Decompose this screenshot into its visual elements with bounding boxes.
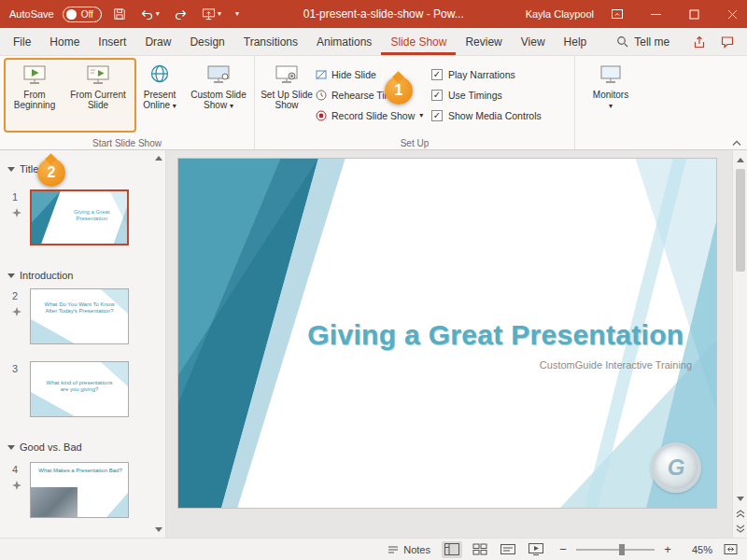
- slide-subtitle[interactable]: CustomGuide Interactive Training: [540, 359, 692, 371]
- save-button[interactable]: [110, 6, 129, 22]
- ribbon-display-options-icon: [611, 7, 624, 21]
- zoom-controls: − +: [557, 542, 673, 556]
- custom-slide-show-icon: [206, 63, 231, 87]
- set-up-slide-show-button[interactable]: Set Up Slide Show: [260, 58, 314, 134]
- set-up-group-label: Set Up: [255, 138, 574, 148]
- collapse-ribbon-button[interactable]: [732, 140, 741, 147]
- play-narrations-checkbox[interactable]: ✓ Play Narrations: [431, 64, 570, 85]
- redo-button[interactable]: [171, 6, 190, 22]
- slide-2-number: 2: [12, 290, 18, 301]
- slide-1-thumbnail[interactable]: Giving a Great Presentation: [30, 189, 129, 245]
- tab-help[interactable]: Help: [555, 28, 597, 55]
- scroll-up-button[interactable]: [734, 152, 747, 167]
- reading-view-button[interactable]: [498, 541, 518, 558]
- globe-icon: [148, 63, 172, 87]
- thumbnails-scroll-down-button[interactable]: [155, 527, 162, 532]
- tell-me-box[interactable]: Tell me: [616, 28, 669, 55]
- slide-sorter-view-button[interactable]: [470, 541, 490, 558]
- set-up-slide-show-label: Set Up Slide Show: [260, 90, 314, 110]
- customize-qat-button[interactable]: ▾: [233, 8, 242, 20]
- slide-1-number: 1: [12, 191, 18, 203]
- section-header-good-vs-bad[interactable]: Good vs. Bad: [7, 441, 82, 453]
- start-slideshow-quick-button[interactable]: ▾: [199, 6, 224, 22]
- monitors-caret-icon: ▾: [609, 103, 613, 110]
- notes-icon: [388, 544, 399, 555]
- tab-animations[interactable]: Animations: [307, 28, 381, 55]
- status-bar: Notes − + 45%: [0, 538, 747, 560]
- slide-title[interactable]: Giving a Great Presentation: [291, 319, 700, 351]
- play-narrations-label: Play Narrations: [448, 69, 515, 80]
- minimize-icon: [651, 9, 661, 20]
- zoom-out-button[interactable]: −: [557, 542, 569, 556]
- set-up-group: Set Up Slide Show Hide Slide Rehearse Ti…: [255, 56, 575, 149]
- custom-slide-show-button[interactable]: Custom Slide Show ▾: [188, 58, 249, 134]
- slide-4-animation-star-icon: [12, 481, 21, 490]
- tell-me-label: Tell me: [634, 35, 669, 49]
- vertical-scrollbar: [732, 150, 747, 538]
- use-timings-checkbox[interactable]: ✓ Use Timings: [431, 85, 570, 105]
- record-slide-show-button[interactable]: Record Slide Show ▾: [314, 105, 431, 126]
- tab-file[interactable]: File: [4, 28, 40, 55]
- thumb3-text: What kind of presentations are you givin…: [42, 380, 116, 393]
- section-header-introduction[interactable]: Introduction: [7, 270, 73, 281]
- tab-home[interactable]: Home: [40, 28, 89, 55]
- hide-slide-button[interactable]: Hide Slide: [314, 64, 431, 85]
- tab-draw[interactable]: Draw: [135, 28, 180, 55]
- document-title: 01-present-a-slide-show - Pow...: [250, 7, 517, 21]
- record-slide-show-label: Record Slide Show: [331, 110, 415, 121]
- record-slide-show-caret-icon: ▾: [419, 112, 423, 119]
- zoom-slider[interactable]: [576, 549, 655, 551]
- scrollbar-track[interactable]: [734, 167, 747, 491]
- maximize-icon: [689, 9, 699, 20]
- powerpoint-window: AutoSave Off ▾ ▾ ▾ 01-present-a-slide-sh…: [0, 0, 747, 560]
- zoom-slider-thumb[interactable]: [619, 544, 625, 555]
- custom-slide-show-caret-icon: ▾: [230, 102, 233, 110]
- current-slide[interactable]: Giving a Great Presentation CustomGuide …: [177, 158, 717, 509]
- zoom-percentage[interactable]: 45%: [684, 544, 712, 555]
- ribbon-display-options-button[interactable]: [602, 0, 632, 28]
- slide-show-view-button[interactable]: [526, 541, 546, 558]
- autosave-toggle-knob: [66, 9, 77, 20]
- slide-4-thumbnail[interactable]: What Makes a Presentation Bad?: [30, 462, 129, 518]
- normal-view-button[interactable]: [442, 541, 462, 558]
- monitors-button[interactable]: Monitors ▾: [580, 58, 641, 134]
- zoom-in-button[interactable]: +: [662, 542, 673, 556]
- minimize-button[interactable]: [641, 0, 670, 28]
- show-media-controls-checkbox[interactable]: ✓ Show Media Controls: [431, 105, 570, 126]
- previous-slide-button[interactable]: [734, 506, 747, 521]
- start-slideshow-caret-icon: ▾: [218, 10, 221, 18]
- thumb2-text: What Do You Want To Know After Today's P…: [42, 301, 116, 315]
- fit-slide-to-window-button[interactable]: [724, 543, 738, 555]
- use-timings-checkmark-icon: ✓: [431, 90, 443, 101]
- share-button[interactable]: [693, 35, 706, 49]
- maximize-button[interactable]: [679, 0, 709, 28]
- slide-3-thumbnail[interactable]: What kind of presentations are you givin…: [30, 361, 129, 417]
- title-bar: AutoSave Off ▾ ▾ ▾ 01-present-a-slide-sh…: [0, 0, 747, 28]
- thumb4-text: What Makes a Presentation Bad?: [38, 468, 121, 474]
- tab-review[interactable]: Review: [456, 28, 511, 55]
- slide-2-thumbnail[interactable]: What Do You Want To Know After Today's P…: [30, 288, 129, 344]
- notes-button[interactable]: Notes: [388, 544, 430, 555]
- undo-caret-icon: ▾: [156, 10, 160, 18]
- next-slide-button[interactable]: [734, 521, 747, 536]
- present-screen-icon: [202, 7, 216, 21]
- tab-insert[interactable]: Insert: [89, 28, 135, 55]
- thumbnails-scroll-up-button[interactable]: [155, 156, 162, 161]
- rehearse-timings-button[interactable]: Rehearse Timings: [314, 85, 431, 105]
- tab-design[interactable]: Design: [180, 28, 233, 55]
- close-button[interactable]: [717, 0, 747, 28]
- tab-transitions[interactable]: Transitions: [234, 28, 307, 55]
- undo-button[interactable]: ▾: [137, 6, 162, 22]
- tab-view[interactable]: View: [512, 28, 555, 55]
- slide-canvas: Giving a Great Presentation CustomGuide …: [166, 150, 732, 538]
- autosave-toggle[interactable]: Off: [63, 7, 102, 22]
- step-2-callout: 2: [37, 159, 65, 187]
- step-1-callout: 1: [385, 77, 413, 105]
- present-online-button[interactable]: Present Online ▾: [132, 58, 188, 134]
- tab-slide-show[interactable]: Slide Show: [381, 28, 456, 55]
- scrollbar-thumb[interactable]: [736, 169, 745, 272]
- set-up-checkboxes: ✓ Play Narrations ✓ Use Timings ✓ Show M…: [431, 58, 570, 126]
- undo-icon: [140, 7, 154, 21]
- scroll-down-button[interactable]: [734, 491, 747, 506]
- comments-button[interactable]: [721, 35, 734, 49]
